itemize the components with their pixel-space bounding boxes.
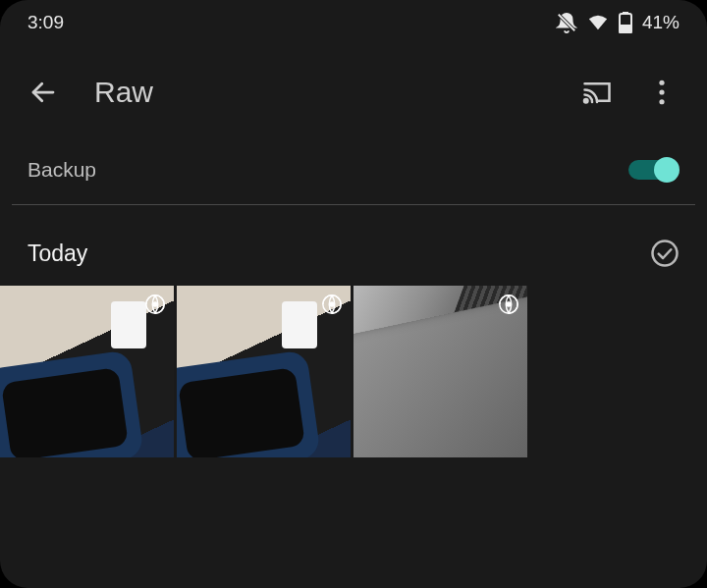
- photo-thumbnail[interactable]: [354, 286, 527, 457]
- status-bar: 3:09 41%: [0, 0, 707, 41]
- cast-button[interactable]: [577, 73, 617, 112]
- svg-point-8: [659, 89, 664, 94]
- raw-badge-icon: [498, 294, 519, 315]
- toggle-thumb: [654, 157, 680, 183]
- page-title: Raw: [94, 76, 577, 109]
- app-bar: Raw: [0, 41, 707, 143]
- photo-grid: [0, 286, 707, 457]
- svg-point-14: [330, 302, 334, 306]
- app-bar-actions: [577, 73, 681, 112]
- photo-thumbnail[interactable]: [0, 286, 174, 457]
- back-button[interactable]: [22, 71, 65, 114]
- raw-badge-icon: [144, 294, 166, 315]
- notifications-off-icon: [556, 12, 577, 33]
- svg-point-7: [659, 80, 664, 85]
- status-time: 3:09: [27, 12, 64, 33]
- svg-point-9: [659, 99, 664, 104]
- raw-badge-icon: [321, 294, 343, 315]
- more-button[interactable]: [642, 73, 681, 112]
- battery-percentage: 41%: [642, 12, 680, 33]
- svg-point-16: [507, 302, 511, 306]
- section-title: Today: [27, 241, 87, 267]
- select-all-button[interactable]: [650, 239, 680, 268]
- backup-toggle[interactable]: [628, 157, 680, 183]
- status-right: 41%: [556, 12, 680, 33]
- backup-row: Backup: [0, 143, 707, 204]
- battery-icon: [619, 12, 632, 33]
- svg-point-6: [584, 99, 588, 103]
- svg-rect-4: [621, 25, 630, 32]
- section-header: Today: [0, 205, 707, 286]
- svg-point-12: [153, 302, 157, 306]
- photo-thumbnail[interactable]: [177, 286, 351, 457]
- backup-label: Backup: [27, 158, 96, 182]
- wifi-icon: [587, 13, 609, 32]
- svg-point-10: [653, 241, 678, 266]
